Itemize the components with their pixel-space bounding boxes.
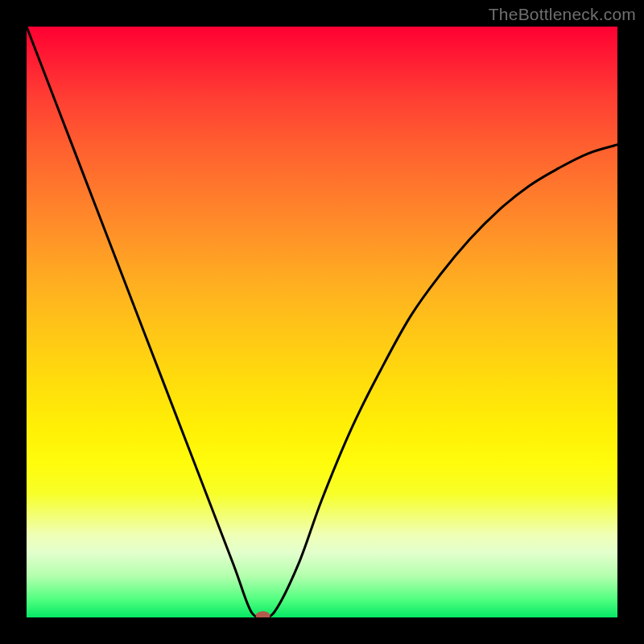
chart-frame: TheBottleneck.com — [0, 0, 644, 644]
curve-layer — [27, 27, 617, 617]
plot-area — [27, 27, 617, 617]
bottleneck-curve — [27, 27, 617, 617]
minimum-marker — [256, 611, 270, 617]
watermark-text: TheBottleneck.com — [489, 5, 636, 24]
